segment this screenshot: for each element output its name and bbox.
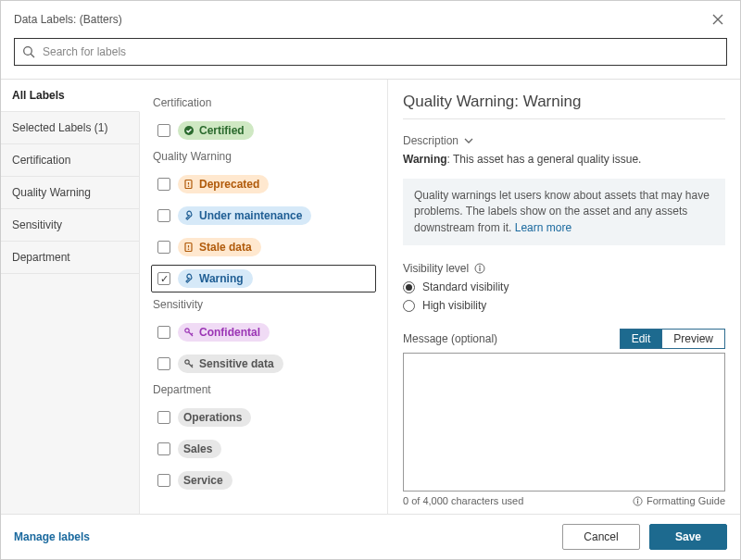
message-textarea[interactable] (403, 353, 725, 492)
label-pill-text: Deprecated (199, 178, 259, 191)
checkbox[interactable] (157, 124, 170, 137)
save-button[interactable]: Save (649, 524, 727, 550)
search-icon (22, 45, 35, 58)
label-pill-text: Sensitive data (199, 357, 274, 370)
label-pill-text: Certified (199, 124, 245, 137)
radio-label: Standard visibility (422, 280, 509, 293)
label-group-title: Sensitivity (153, 298, 376, 311)
checkbox[interactable] (157, 209, 170, 222)
message-label: Message (optional) (403, 332, 497, 345)
close-icon (711, 13, 724, 26)
visibility-high[interactable]: High visibility (403, 299, 725, 312)
label-pill-text: Stale data (199, 241, 252, 254)
visibility-section: Visibility level Standard visibility Hig… (403, 262, 725, 312)
checkbox[interactable] (157, 272, 170, 285)
dialog-footer: Manage labels Cancel Save (1, 514, 740, 559)
formatting-guide-link[interactable]: Formatting Guide (633, 495, 725, 506)
search-box[interactable] (14, 38, 727, 66)
data-labels-dialog: Data Labels: (Batters) All Labels Select… (0, 0, 741, 560)
label-row[interactable]: Service (151, 467, 376, 494)
label-row[interactable]: Stale data (151, 233, 376, 261)
close-button[interactable] (709, 10, 727, 29)
svg-point-5 (188, 185, 190, 187)
svg-rect-17 (480, 268, 481, 271)
visibility-header: Visibility level (403, 262, 725, 275)
formatting-guide-text: Formatting Guide (647, 495, 725, 506)
label-group-title: Certification (153, 96, 376, 109)
tab-edit[interactable]: Edit (620, 329, 663, 349)
sidebar: All Labels Selected Labels (1) Certifica… (1, 80, 140, 514)
key-icon (183, 358, 195, 369)
svg-line-14 (192, 365, 194, 367)
svg-point-0 (24, 47, 32, 56)
label-pill: Service (178, 471, 232, 490)
label-group-title: Department (153, 383, 376, 396)
sidebar-item-certification[interactable]: Certification (1, 144, 139, 177)
info-icon[interactable] (474, 263, 485, 274)
key-icon (183, 327, 195, 338)
label-row[interactable]: Under maintenance (151, 202, 376, 230)
char-count: 0 of 4,000 characters used (403, 495, 523, 506)
svg-line-11 (192, 333, 194, 335)
info-box: Quality warnings let users know about as… (403, 179, 725, 245)
label-pill: Under maintenance (178, 206, 311, 225)
message-header: Message (optional) Edit Preview (403, 329, 725, 349)
label-pill: Certified (178, 121, 254, 140)
checkbox[interactable] (157, 178, 170, 191)
label-pill: Deprecated (178, 175, 269, 193)
checkbox[interactable] (157, 411, 170, 424)
warn-doc-icon (183, 242, 195, 253)
svg-point-16 (479, 266, 481, 268)
sidebar-item-quality-warning[interactable]: Quality Warning (1, 177, 139, 209)
search-wrap (1, 29, 740, 79)
checkbox[interactable] (157, 474, 170, 487)
visibility-standard[interactable]: Standard visibility (403, 280, 725, 293)
label-pill-text: Sales (183, 442, 212, 455)
label-row[interactable]: Operations (151, 404, 376, 431)
message-tabs: Edit Preview (620, 329, 725, 349)
tab-preview[interactable]: Preview (662, 329, 725, 349)
label-row[interactable]: Confidental (151, 318, 376, 346)
manage-labels-link[interactable]: Manage labels (14, 530, 90, 543)
wrench-icon (183, 210, 195, 221)
label-pill-text: Confidental (199, 326, 260, 339)
checkbox[interactable] (157, 442, 170, 455)
svg-point-19 (637, 498, 639, 500)
cancel-button[interactable]: Cancel (562, 524, 640, 550)
label-pill: Confidental (178, 323, 270, 342)
check-badge-icon (183, 125, 195, 136)
search-input[interactable] (41, 44, 719, 59)
svg-point-8 (188, 248, 190, 250)
svg-line-1 (31, 54, 34, 57)
wrench-icon (183, 273, 195, 284)
checkbox[interactable] (157, 326, 170, 339)
learn-more-link[interactable]: Learn more (515, 221, 571, 234)
detail-title: Quality Warning: Warning (403, 93, 725, 119)
label-pill-text: Under maintenance (199, 209, 302, 222)
label-row[interactable]: Deprecated (151, 170, 376, 198)
radio-label: High visibility (422, 299, 486, 312)
checkbox[interactable] (157, 357, 170, 370)
label-row[interactable]: Warning (151, 265, 376, 292)
description-toggle[interactable]: Description (403, 134, 725, 147)
checkbox[interactable] (157, 241, 170, 254)
sidebar-item-all-labels[interactable]: All Labels (1, 80, 140, 112)
sidebar-item-sensitivity[interactable]: Sensitivity (1, 209, 139, 242)
label-row[interactable]: Certified (151, 117, 376, 144)
label-row[interactable]: Sales (151, 435, 376, 463)
message-section: Message (optional) Edit Preview 0 of 4,0… (403, 329, 725, 506)
sidebar-item-selected-labels[interactable]: Selected Labels (1) (1, 112, 139, 144)
description-strong: Warning (403, 153, 447, 166)
label-pill: Operations (178, 408, 251, 427)
dialog-title: Data Labels: (Batters) (14, 13, 122, 26)
labels-column: CertificationCertifiedQuality WarningDep… (140, 80, 388, 514)
label-pill: Sensitive data (178, 355, 283, 373)
info-icon (633, 496, 643, 506)
sidebar-item-department[interactable]: Department (1, 242, 139, 274)
label-group-title: Quality Warning (153, 150, 376, 163)
detail-panel: Quality Warning: Warning Description War… (388, 80, 740, 514)
footer-buttons: Cancel Save (562, 524, 727, 550)
description-text: Warning: This asset has a general qualit… (403, 153, 725, 166)
label-row[interactable]: Sensitive data (151, 350, 376, 378)
radio-icon (403, 300, 415, 312)
